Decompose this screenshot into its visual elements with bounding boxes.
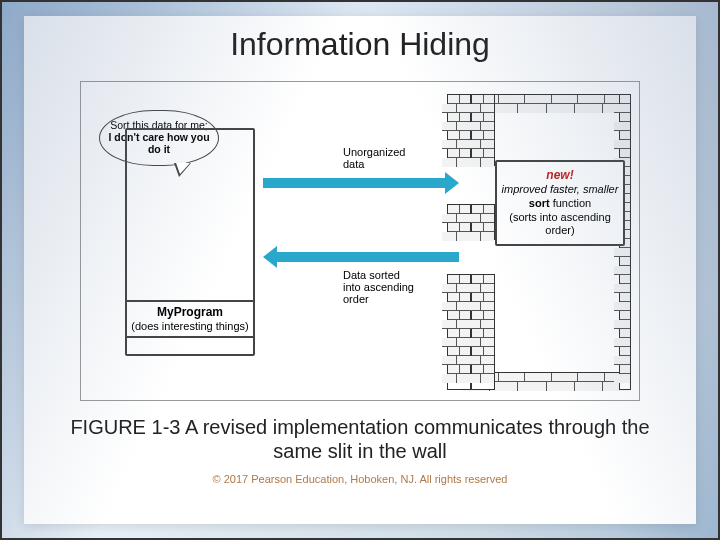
program-name: MyProgram xyxy=(129,306,251,320)
arrow-bot-line1: Data sorted xyxy=(343,269,414,281)
arrow-bot-line2: into ascending xyxy=(343,281,414,293)
function-word: function xyxy=(553,197,592,209)
wall-segment xyxy=(471,204,495,240)
sort-line2-italic: improved faster, smaller xyxy=(502,183,619,195)
figure-illustration: Sort this data for me; I don't care how … xyxy=(80,81,640,401)
wall-bottom-arm xyxy=(471,372,631,390)
program-desc: (does interesting things) xyxy=(129,320,251,333)
sort-line-4: (sorts into ascending order) xyxy=(501,211,619,239)
arrow-top-line1: Unorganized xyxy=(343,146,405,158)
program-label: MyProgram (does interesting things) xyxy=(125,300,255,338)
sort-word: sort xyxy=(529,197,550,209)
arrow-bottom-label: Data sorted into ascending order xyxy=(343,269,414,305)
arrow-top-label: Unorganized data xyxy=(343,146,405,170)
sort-line-3: sort function xyxy=(501,197,619,211)
wall-segment xyxy=(471,94,495,166)
slide: Information Hiding Sort this data for me… xyxy=(0,0,720,540)
sort-new-label: new! xyxy=(501,168,619,183)
page-title: Information Hiding xyxy=(230,26,490,63)
copyright-text: © 2017 Pearson Education, Hoboken, NJ. A… xyxy=(213,473,508,485)
figure-caption: FIGURE 1-3 A revised implementation comm… xyxy=(24,415,696,463)
sort-line-2: improved faster, smaller xyxy=(501,183,619,197)
sort-function-panel: new! improved faster, smaller sort funct… xyxy=(495,160,625,246)
arrow-left-icon xyxy=(275,252,459,262)
slide-content: Information Hiding Sort this data for me… xyxy=(24,16,696,524)
wall-segment xyxy=(471,274,495,390)
arrow-top-line2: data xyxy=(343,158,405,170)
arrow-right-icon xyxy=(263,178,447,188)
wall-top-arm xyxy=(471,94,631,112)
arrow-bot-line3: order xyxy=(343,293,414,305)
